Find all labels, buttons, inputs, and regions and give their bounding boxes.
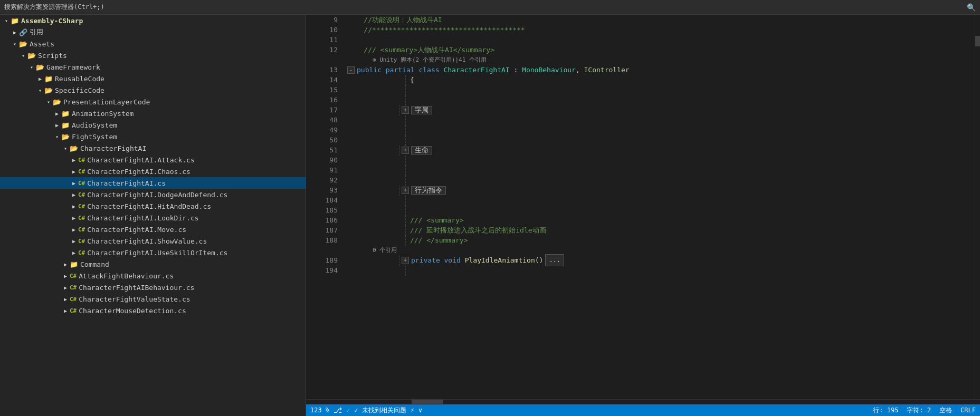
arrow-icon: ▾ [61, 146, 70, 151]
arrow-icon: ▾ [27, 64, 36, 70]
ref-icon: 🔗 [19, 28, 27, 36]
sidebar-item-label: AnimationSystem [72, 110, 134, 118]
folder-icon: 📂 [44, 86, 53, 94]
arrow-icon: ▶ [61, 262, 70, 267]
status-ok-message: ✓ ✓ 未找到相关问题 [346, 406, 406, 415]
sidebar-item-main[interactable]: ▶ C# CharacterFightAI.cs [0, 177, 306, 189]
dropdown-arrow[interactable]: ∨ [418, 407, 422, 414]
scrollbar-thumb[interactable] [975, 36, 980, 46]
vertical-scrollbar[interactable] [975, 15, 980, 399]
sidebar-item-label: FightSystem [72, 133, 117, 141]
scrollbar-thumb-h[interactable] [412, 400, 443, 404]
status-bar: 123 % ⎇ ✓ ✓ 未找到相关问题 ⚡ ∨ 行: 195 字符: 2 空格 … [306, 404, 980, 416]
sidebar-item-command[interactable]: ▶ 📁 Command [0, 258, 306, 270]
arrow-icon: ▶ [70, 204, 78, 209]
horizontal-scrollbar[interactable] [306, 399, 980, 404]
code-line-17: + 字属 [347, 105, 975, 115]
sidebar-item-specificcode[interactable]: ▾ 📂 SpecificCode [0, 84, 306, 96]
sidebar-item-label: CharacterFightAI [80, 144, 146, 152]
folder-icon: 📁 [61, 121, 70, 129]
code-line-194 [347, 265, 975, 275]
arrow-icon: ▾ [2, 18, 11, 24]
sidebar-item-audiosystem[interactable]: ▶ 📁 AudioSystem [0, 119, 306, 131]
sidebar-item-assets[interactable]: ▾ 📂 Assets [0, 38, 306, 50]
code-line-15 [347, 85, 975, 95]
solution-explorer-sidebar[interactable]: ▾ 📁 Assembly-CSharp ▶ 🔗 引用 ▾ 📂 Assets ▾ … [0, 15, 306, 416]
sidebar-item-scripts[interactable]: ▾ 📂 Scripts [0, 50, 306, 61]
search-icon[interactable]: 🔍 [967, 3, 976, 12]
folder-icon: 📂 [53, 98, 61, 106]
arrow-icon: ▶ [70, 192, 78, 198]
error-icon: ⚡ [411, 407, 414, 414]
code-content[interactable]: //功能说明：人物战斗AI //************************… [342, 15, 975, 399]
folder-icon: 📂 [19, 40, 27, 48]
sidebar-item-charactervalue[interactable]: ▶ C# CharacterFightValueState.cs [0, 293, 306, 305]
sidebar-item-dodge[interactable]: ▶ C# CharacterFightAI.DodgeAndDefend.cs [0, 189, 306, 200]
cs-icon: C# [70, 307, 77, 314]
sidebar-item-label: Assets [30, 40, 54, 48]
sidebar-item-label: CharacterFightAI.Attack.cs [87, 156, 195, 164]
collapse-button[interactable]: - [347, 66, 355, 74]
arrow-icon: ▾ [44, 99, 53, 105]
sidebar-item-label: CharacterFightValueState.cs [79, 295, 190, 303]
sidebar-item-lookdir[interactable]: ▶ C# CharacterFightAI.LookDir.cs [0, 212, 306, 224]
sidebar-item-assembly[interactable]: ▾ 📁 Assembly-CSharp [0, 15, 306, 26]
arrow-icon: ▾ [36, 88, 44, 93]
code-line-185 [347, 205, 975, 215]
arrow-icon: ▶ [61, 285, 70, 291]
sidebar-item-fightsystem[interactable]: ▾ 📂 FightSystem [0, 131, 306, 142]
sidebar-item-label: CharacterFightAI.ShowValue.cs [87, 237, 207, 245]
sidebar-item-animationsystem[interactable]: ▶ 📁 AnimationSystem [0, 108, 306, 119]
cs-icon: C# [78, 203, 85, 210]
code-line-189: + private void PlayIdleAniamtion () ... [347, 255, 975, 265]
code-line-93: + 行为指令 [347, 185, 975, 195]
code-line-90 [347, 155, 975, 165]
status-left: 123 % ⎇ ✓ ✓ 未找到相关问题 ⚡ ∨ [310, 406, 873, 415]
sidebar-item-attackbehaviour[interactable]: ▶ C# AttackFightBehaviour.cs [0, 270, 306, 282]
sidebar-item-presentationlayercode[interactable]: ▾ 📂 PresentationLayerCode [0, 96, 306, 108]
col-info: 字符: 2 [907, 406, 931, 415]
region-block-2: 生命 [411, 146, 432, 154]
cs-icon: C# [70, 296, 77, 303]
folder-icon: 📂 [70, 144, 78, 152]
sidebar-item-charactermouse[interactable]: ▶ C# CharacterMouseDetection.cs [0, 305, 306, 316]
arrow-icon: ▶ [70, 215, 78, 221]
code-line-10: //************************************* [347, 25, 975, 35]
sidebar-item-reusablecode[interactable]: ▶ 📁 ReusableCode [0, 73, 306, 84]
sidebar-item-hitanddead[interactable]: ▶ C# CharacterFightAI.HitAndDead.cs [0, 200, 306, 212]
code-ref-info: ⊕ Unity 脚本(2 个资产引用)|41 个引用 [347, 55, 975, 65]
sidebar-item-characterbehaviour[interactable]: ▶ C# CharacterFightAIBehaviour.cs [0, 282, 306, 293]
sidebar-item-useskill[interactable]: ▶ C# CharacterFightAI.UseSkillOrItem.cs [0, 247, 306, 258]
sidebar-item-chaos[interactable]: ▶ C# CharacterFightAI.Chaos.cs [0, 166, 306, 177]
sidebar-item-ref[interactable]: ▶ 🔗 引用 [0, 26, 306, 38]
arrow-icon: ▶ [70, 250, 78, 256]
sidebar-item-characterfightai-folder[interactable]: ▾ 📂 CharacterFightAI [0, 142, 306, 154]
code-line-14: { [347, 75, 975, 85]
sidebar-item-label: 引用 [30, 27, 43, 37]
zoom-level[interactable]: 123 % [310, 407, 329, 414]
arrow-icon: ▶ [61, 308, 70, 314]
sidebar-item-label: CharacterFightAI.LookDir.cs [87, 214, 198, 222]
arrow-icon: ▶ [70, 227, 78, 233]
sidebar-item-label: PresentationLayerCode [63, 98, 150, 106]
code-line-186: /// <summary> [347, 215, 975, 225]
method-hint: ... [545, 254, 564, 266]
sidebar-item-showvalue[interactable]: ▶ C# CharacterFightAI.ShowValue.cs [0, 235, 306, 247]
sidebar-item-attack[interactable]: ▶ C# CharacterFightAI.Attack.cs [0, 154, 306, 166]
arrow-icon: ▶ [61, 296, 70, 302]
scrollbar-track[interactable] [306, 399, 980, 404]
code-editor[interactable]: 9 10 11 12 [306, 15, 980, 399]
sidebar-item-label: Command [80, 260, 109, 268]
code-line-91 [347, 165, 975, 175]
code-line-48 [347, 115, 975, 125]
sidebar-item-label: CharacterFightAI.Move.cs [87, 226, 186, 234]
sidebar-item-label: Scripts [38, 52, 67, 60]
main-content: ▾ 📁 Assembly-CSharp ▶ 🔗 引用 ▾ 📂 Assets ▾ … [0, 15, 980, 416]
folder-icon: 📂 [36, 63, 44, 71]
arrow-icon: ▾ [11, 41, 19, 47]
cs-icon: C# [78, 238, 85, 245]
cs-icon: C# [78, 226, 85, 233]
sidebar-item-gameframework[interactable]: ▾ 📂 GameFramework [0, 61, 306, 73]
folder-icon: 📁 [11, 17, 19, 25]
sidebar-item-move[interactable]: ▶ C# CharacterFightAI.Move.cs [0, 224, 306, 235]
